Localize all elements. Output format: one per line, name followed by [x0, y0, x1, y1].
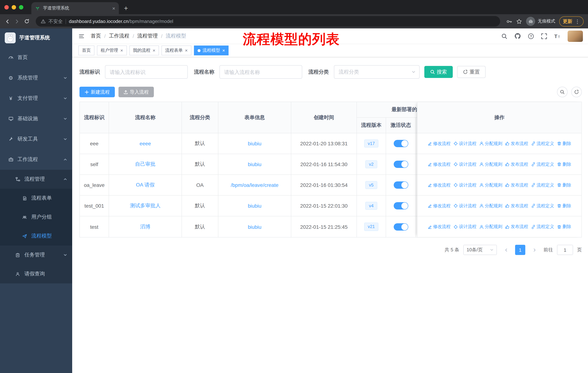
op-design-process[interactable]: 设计流程: [453, 224, 476, 230]
active-toggle[interactable]: [394, 161, 408, 168]
op-process-definition[interactable]: 流程定义: [531, 182, 554, 188]
op-design-process[interactable]: 设计流程: [453, 161, 476, 167]
op-publish-process[interactable]: 发布流程: [505, 224, 528, 230]
process-name-link[interactable]: 测试多审批人: [130, 202, 161, 209]
create-process-button[interactable]: 新建流程: [79, 87, 115, 97]
active-toggle[interactable]: [394, 202, 408, 210]
op-process-definition[interactable]: 流程定义: [531, 224, 554, 230]
new-tab-button[interactable]: +: [124, 5, 128, 12]
tag-my-process[interactable]: 我的流程 ×: [129, 46, 159, 55]
import-process-button[interactable]: 导入流程: [118, 87, 154, 97]
sidebar-item-home[interactable]: 首页: [0, 47, 72, 68]
sidebar-item-workflow[interactable]: 工作流程: [0, 149, 72, 170]
process-name-link[interactable]: OA 请假: [136, 182, 155, 188]
form-info-link[interactable]: biubiu: [248, 224, 262, 230]
window-zoom-button[interactable]: [19, 5, 23, 9]
help-icon[interactable]: ?: [528, 33, 534, 39]
browser-menu-icon[interactable]: ⋮: [575, 19, 580, 24]
version-badge[interactable]: v4: [365, 202, 377, 210]
show-search-toggle-icon[interactable]: [557, 87, 567, 97]
form-info-link[interactable]: biubiu: [248, 203, 262, 209]
close-icon[interactable]: ×: [120, 48, 123, 53]
incognito-profile-chip[interactable]: 无痕模式: [526, 17, 555, 26]
op-process-definition[interactable]: 流程定义: [531, 203, 554, 209]
sidebar-item-process-model[interactable]: 流程模型: [0, 227, 72, 245]
url-bar[interactable]: 不安全 dashboard.yudao.iocoder.cn/bpm/manag…: [36, 16, 500, 27]
sidebar-item-dev-tools[interactable]: 研发工具: [0, 129, 72, 149]
tag-process-model[interactable]: 流程模型 ×: [194, 46, 229, 55]
form-info-link[interactable]: biubiu: [248, 161, 262, 167]
category-select[interactable]: 流程分类: [334, 65, 420, 79]
active-toggle[interactable]: [394, 140, 408, 147]
sidebar-item-infrastructure[interactable]: 基础设施: [0, 109, 72, 129]
close-icon[interactable]: ×: [185, 48, 188, 53]
active-toggle[interactable]: [394, 181, 408, 189]
breadcrumb-item[interactable]: 首页: [91, 33, 101, 39]
tag-process-form[interactable]: 流程表单 ×: [161, 46, 191, 55]
hamburger-icon[interactable]: [78, 33, 84, 39]
op-design-process[interactable]: 设计流程: [453, 203, 476, 209]
reload-icon[interactable]: [24, 19, 30, 24]
op-design-process[interactable]: 设计流程: [453, 141, 476, 147]
op-delete[interactable]: 删除: [557, 224, 571, 230]
sidebar-item-payment[interactable]: ¥ 支付管理: [0, 88, 72, 109]
process-name-link[interactable]: 滔博: [140, 223, 150, 230]
refresh-table-icon[interactable]: [571, 87, 582, 97]
prev-page-button[interactable]: [501, 245, 511, 255]
github-icon[interactable]: [514, 33, 521, 39]
tag-tenant[interactable]: 租户管理 ×: [97, 46, 127, 55]
process-id-input[interactable]: [105, 65, 188, 79]
forward-icon[interactable]: [14, 18, 20, 24]
back-icon[interactable]: [4, 18, 10, 24]
url-text[interactable]: dashboard.yudao.iocoder.cn/bpm/manager/m…: [69, 19, 173, 24]
op-process-definition[interactable]: 流程定义: [531, 161, 554, 167]
search-icon[interactable]: [501, 33, 507, 39]
op-edit-process[interactable]: 修改流程: [428, 161, 451, 167]
sidebar-item-user-group[interactable]: 用户分组: [0, 208, 72, 227]
bookmark-star-icon[interactable]: [516, 18, 522, 24]
op-publish-process[interactable]: 发布流程: [505, 182, 528, 188]
sidebar-item-task-management[interactable]: 任务管理: [0, 245, 72, 264]
security-label[interactable]: 不安全: [49, 18, 63, 25]
user-avatar[interactable]: [567, 30, 583, 42]
sidebar-item-process-management[interactable]: 流程管理: [0, 170, 72, 189]
active-toggle[interactable]: [394, 223, 408, 230]
process-name-link[interactable]: eeee: [140, 141, 151, 146]
op-publish-process[interactable]: 发布流程: [505, 203, 528, 209]
browser-tab[interactable]: 芋道管理系统 ×: [31, 2, 119, 14]
browser-update-button[interactable]: 更新 ⋮: [559, 16, 584, 26]
op-assign-rule[interactable]: 分配规则: [479, 141, 502, 147]
window-minimize-button[interactable]: [12, 5, 16, 9]
close-icon[interactable]: ×: [153, 48, 155, 53]
close-icon[interactable]: ×: [222, 48, 225, 53]
tab-close-icon[interactable]: ×: [112, 5, 115, 11]
sidebar-item-process-form[interactable]: 流程表单: [0, 189, 72, 208]
reset-button[interactable]: 重置: [457, 66, 486, 78]
font-size-icon[interactable]: TT: [554, 33, 561, 39]
sidebar-item-leave-query[interactable]: 请假查询: [0, 264, 72, 283]
breadcrumb-item[interactable]: 流程管理: [137, 33, 158, 39]
op-edit-process[interactable]: 修改流程: [428, 224, 451, 230]
version-badge[interactable]: v21: [364, 222, 378, 231]
sidebar-item-system[interactable]: ⚙ 系统管理: [0, 68, 72, 88]
process-name-input[interactable]: [220, 65, 302, 79]
op-edit-process[interactable]: 修改流程: [428, 203, 451, 209]
op-assign-rule[interactable]: 分配规则: [479, 203, 502, 209]
version-badge[interactable]: v17: [364, 139, 378, 148]
op-publish-process[interactable]: 发布流程: [505, 141, 528, 147]
process-name-link[interactable]: 自己审批: [135, 161, 156, 168]
op-assign-rule[interactable]: 分配规则: [479, 224, 502, 230]
page-number-button[interactable]: 1: [515, 245, 525, 255]
page-size-select[interactable]: 10条/页: [463, 245, 497, 255]
op-publish-process[interactable]: 发布流程: [505, 161, 528, 167]
version-badge[interactable]: v5: [365, 181, 377, 189]
op-edit-process[interactable]: 修改流程: [428, 182, 451, 188]
op-design-process[interactable]: 设计流程: [453, 182, 476, 188]
breadcrumb-item[interactable]: 工作流程: [109, 33, 129, 39]
window-close-button[interactable]: [4, 5, 9, 9]
op-edit-process[interactable]: 修改流程: [428, 141, 451, 147]
fullscreen-icon[interactable]: [541, 33, 547, 39]
op-assign-rule[interactable]: 分配规则: [479, 182, 502, 188]
op-delete[interactable]: 删除: [557, 203, 571, 209]
op-delete[interactable]: 删除: [557, 141, 571, 147]
